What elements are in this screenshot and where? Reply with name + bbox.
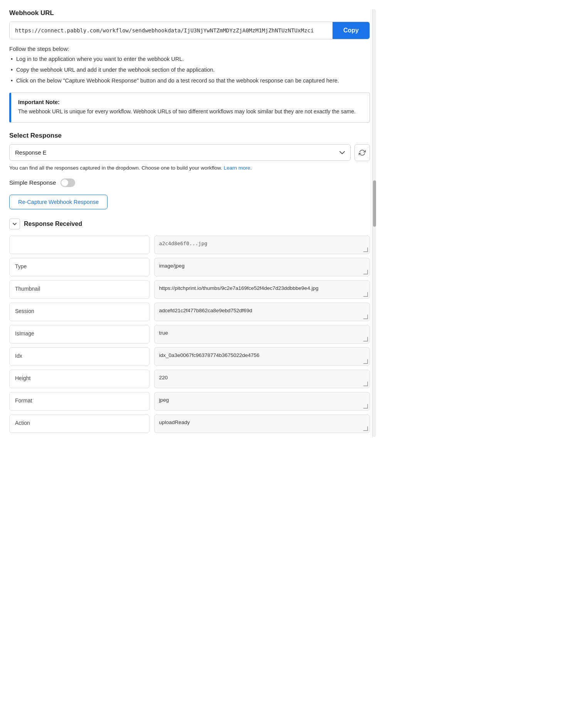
response-select[interactable]: Response A Response B Response C Respons…: [9, 144, 351, 161]
important-note: Important Note: The webhook URL is uniqu…: [9, 93, 370, 123]
response-value: image/jpeg: [154, 258, 370, 276]
response-key: IsImage: [9, 325, 150, 343]
steps-list: Log in to the application where you want…: [9, 55, 370, 85]
response-key: Idx: [9, 347, 150, 366]
important-note-title: Important Note:: [18, 99, 363, 105]
table-row: Idxidx_0a3e0067fc96378774b3675022de4756: [9, 347, 370, 366]
table-row: Thumbnailhttps://pitchprint.io/thumbs/9c…: [9, 280, 370, 299]
collapse-button[interactable]: [9, 219, 20, 229]
response-key: Action: [9, 414, 150, 433]
table-row: Height220: [9, 370, 370, 388]
steps-title: Follow the steps below:: [9, 45, 370, 52]
recapture-button[interactable]: Re-Capture Webhook Response: [9, 195, 108, 209]
truncated-key: [9, 236, 150, 254]
response-hint: You can find all the responses captured …: [9, 165, 370, 171]
response-key: Height: [9, 370, 150, 388]
select-response-row: Response A Response B Response C Respons…: [9, 144, 370, 161]
steps-section: Follow the steps below: Log in to the ap…: [9, 45, 370, 85]
select-response-section: Select Response Response A Response B Re…: [9, 132, 370, 171]
response-received-section: Response Received a2c4d8e6f0...jpg Typei…: [9, 219, 370, 433]
response-received-title: Response Received: [24, 221, 82, 227]
response-value: true: [154, 325, 370, 343]
response-key: Type: [9, 258, 150, 276]
truncated-value: a2c4d8e6f0...jpg: [154, 236, 370, 254]
simple-response-label: Simple Response: [9, 179, 56, 186]
response-value: https://pitchprint.io/thumbs/9c2e7a169fc…: [154, 280, 370, 299]
webhook-url-title: Webhook URL: [9, 9, 370, 17]
response-received-header: Response Received: [9, 219, 370, 229]
table-row: Formatjpeg: [9, 392, 370, 411]
scrollbar[interactable]: [372, 9, 376, 437]
simple-response-toggle[interactable]: [60, 178, 75, 187]
table-row: IsImagetrue: [9, 325, 370, 343]
response-value: adcefd21c2f477b862ca8e9ebd752df69d: [154, 303, 370, 321]
step-3: Click on the below "Capture Webhook Resp…: [9, 77, 370, 85]
refresh-button[interactable]: [354, 144, 370, 161]
webhook-url-input[interactable]: [10, 22, 333, 39]
simple-response-row: Simple Response: [9, 178, 370, 187]
table-row: Typeimage/jpeg: [9, 258, 370, 276]
table-row: Sessionadcefd21c2f477b862ca8e9ebd752df69…: [9, 303, 370, 321]
response-value: uploadReady: [154, 414, 370, 433]
truncated-row: a2c4d8e6f0...jpg: [9, 236, 370, 254]
response-value: idx_0a3e0067fc96378774b3675022de4756: [154, 347, 370, 366]
scrollbar-thumb[interactable]: [373, 180, 376, 227]
webhook-url-section: Webhook URL Copy: [9, 9, 370, 39]
response-key: Session: [9, 303, 150, 321]
response-value: jpeg: [154, 392, 370, 411]
table-row: ActionuploadReady: [9, 414, 370, 433]
select-response-title: Select Response: [9, 132, 370, 140]
response-key: Format: [9, 392, 150, 411]
response-value: 220: [154, 370, 370, 388]
important-note-body: The webhook URL is unique for every work…: [18, 108, 363, 116]
copy-button[interactable]: Copy: [333, 22, 370, 39]
learn-more-link[interactable]: Learn more: [223, 165, 250, 171]
response-key: Thumbnail: [9, 280, 150, 299]
step-1: Log in to the application where you want…: [9, 55, 370, 64]
step-2: Copy the webhook URL and add it under th…: [9, 66, 370, 74]
response-rows: Typeimage/jpegThumbnailhttps://pitchprin…: [9, 258, 370, 433]
webhook-url-row: Copy: [9, 22, 370, 39]
